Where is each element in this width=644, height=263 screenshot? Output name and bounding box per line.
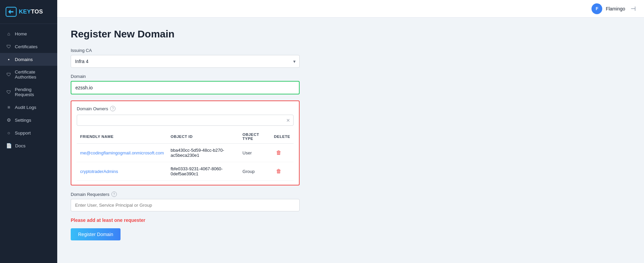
domain-input[interactable] <box>71 81 300 94</box>
page-title: Register New Domain <box>71 28 347 40</box>
owners-table-header-row: FRIENDLY NAME OBJECT ID OBJECT TYPE DELE… <box>77 130 294 144</box>
issuing-ca-label: Issuing CA <box>71 48 347 53</box>
delete-owner-button[interactable]: 🗑 <box>274 168 283 175</box>
docs-icon: 📄 <box>6 143 12 148</box>
owners-search-input[interactable] <box>77 115 294 126</box>
issuing-ca-select[interactable]: Infra 4 <box>71 55 300 68</box>
col-friendly-name: FRIENDLY NAME <box>77 130 167 144</box>
logo-text: KEYTOS <box>19 8 43 15</box>
register-domain-button[interactable]: Register Domain <box>71 228 121 240</box>
settings-icon: ⚙ <box>6 117 11 123</box>
owners-table: FRIENDLY NAME OBJECT ID OBJECT TYPE DELE… <box>77 130 294 181</box>
table-row: me@codingflamingogmail.onmicrosoft.com b… <box>77 144 294 162</box>
avatar: F <box>591 3 602 14</box>
main-content: F Flamingo ⊣ Register New Domain Issuing… <box>57 0 644 263</box>
sidebar-item-label: Support <box>15 130 31 136</box>
home-icon: ⌂ <box>6 31 11 36</box>
logout-icon[interactable]: ⊣ <box>631 5 636 12</box>
owner-delete-cell: 🗑 <box>271 162 294 181</box>
sidebar-logo: KEYTOS <box>0 0 57 24</box>
support-icon: ○ <box>6 130 11 136</box>
domain-section: Domain <box>71 74 347 94</box>
owner-friendly-name: cryptotraderAdmins <box>77 162 167 181</box>
error-message: Please add at least one requester <box>71 217 347 223</box>
domain-owners-help-icon[interactable]: ? <box>110 106 115 111</box>
owner-object-id: bba430cc-5d59-48cc-b270-ac5beca230e1 <box>167 144 239 162</box>
sidebar-item-audit-logs[interactable]: ≡ Audit Logs <box>0 101 57 114</box>
owner-friendly-name: me@codingflamingogmail.onmicrosoft.com <box>77 144 167 162</box>
col-object-type: OBJECT TYPE <box>239 130 271 144</box>
owner-object-type: Group <box>239 162 271 181</box>
domain-label: Domain <box>71 74 347 79</box>
pending-icon: 🛡 <box>6 89 11 95</box>
sidebar-item-pending-requests[interactable]: 🛡 Pending Requests <box>0 83 57 101</box>
audit-icon: ≡ <box>6 105 11 110</box>
user-info: F Flamingo <box>591 3 625 14</box>
sidebar-item-label: Certificates <box>15 44 38 49</box>
sidebar-item-home[interactable]: ⌂ Home <box>0 27 57 40</box>
sidebar: KEYTOS ⌂ Home 🛡 Certificates ▪ Domains 🛡… <box>0 0 57 263</box>
sidebar-item-settings[interactable]: ⚙ Settings <box>0 114 57 126</box>
sidebar-item-label: Pending Requests <box>15 87 51 97</box>
sidebar-item-label: Home <box>15 31 27 36</box>
col-delete: DELETE <box>271 130 294 144</box>
sidebar-item-certificates[interactable]: 🛡 Certificates <box>0 40 57 53</box>
domain-owners-section: Domain Owners ? ✕ FRIENDLY NAME OBJECT I… <box>71 100 347 185</box>
domain-requesters-help-icon[interactable]: ? <box>111 192 117 197</box>
requesters-input[interactable] <box>71 199 300 211</box>
owners-table-head: FRIENDLY NAME OBJECT ID OBJECT TYPE DELE… <box>77 130 294 144</box>
delete-owner-button[interactable]: 🗑 <box>274 149 283 156</box>
sidebar-item-label: Audit Logs <box>15 105 36 110</box>
owners-search-wrapper: ✕ <box>77 115 294 126</box>
table-row: cryptotraderAdmins fbfe0333-9231-4067-80… <box>77 162 294 181</box>
sidebar-item-certificate-authorities[interactable]: 🛡 Certificate Authorities <box>0 66 57 83</box>
sidebar-item-domains[interactable]: ▪ Domains <box>0 53 57 66</box>
user-name: Flamingo <box>606 6 625 11</box>
topbar: F Flamingo ⊣ <box>57 0 644 18</box>
certificates-icon: 🛡 <box>6 44 11 49</box>
domain-requesters-section: Domain Requesters ? <box>71 192 347 211</box>
owner-delete-cell: 🗑 <box>271 144 294 162</box>
sidebar-item-label: Settings <box>15 118 31 123</box>
sidebar-item-label: Domains <box>15 57 33 62</box>
sidebar-item-docs[interactable]: 📄 Docs <box>0 139 57 152</box>
sidebar-item-label: Docs <box>15 143 26 148</box>
owners-table-body: me@codingflamingogmail.onmicrosoft.com b… <box>77 144 294 181</box>
ca-icon: 🛡 <box>6 72 11 77</box>
owners-section-label: Domain Owners ? <box>77 106 294 111</box>
owner-object-type: User <box>239 144 271 162</box>
sidebar-navigation: ⌂ Home 🛡 Certificates ▪ Domains 🛡 Certif… <box>0 24 57 263</box>
col-object-id: OBJECT ID <box>167 130 239 144</box>
owners-box: Domain Owners ? ✕ FRIENDLY NAME OBJECT I… <box>71 100 300 185</box>
clear-icon[interactable]: ✕ <box>286 118 290 123</box>
requesters-label: Domain Requesters ? <box>71 192 347 197</box>
domains-icon: ▪ <box>6 57 11 62</box>
owner-object-id: fbfe0333-9231-4067-8060-0def5ae390c1 <box>167 162 239 181</box>
page-content: Register New Domain Issuing CA Infra 4 ▾… <box>57 18 360 251</box>
sidebar-item-label: Certificate Authorities <box>15 69 51 80</box>
sidebar-item-support[interactable]: ○ Support <box>0 126 57 139</box>
issuing-ca-wrapper: Infra 4 ▾ <box>71 55 300 68</box>
issuing-ca-section: Issuing CA Infra 4 ▾ <box>71 48 347 68</box>
